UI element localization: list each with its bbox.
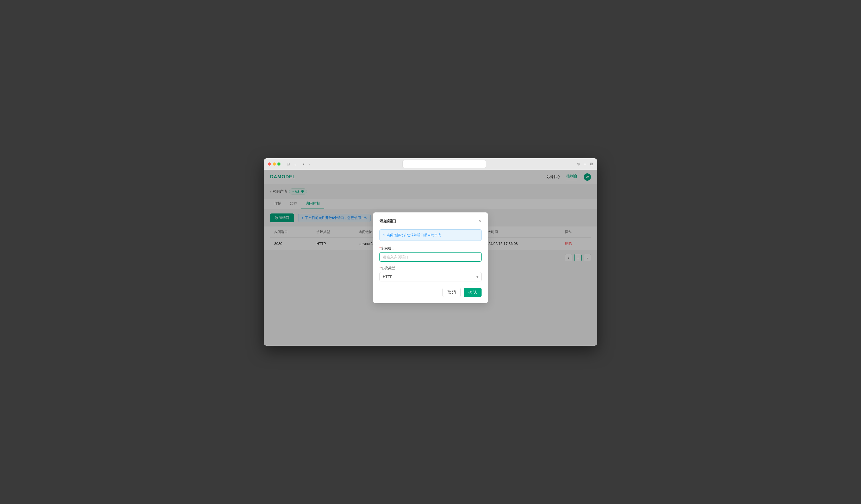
back-nav-btn[interactable]: ‹ <box>301 160 306 167</box>
protocol-label-text: 协议类型 <box>381 266 395 270</box>
title-bar: ⊡ ⌄ ‹ › damodel.com ⎋ ＋ ⧉ <box>264 158 597 170</box>
new-tab-icon[interactable]: ＋ <box>583 162 587 167</box>
modal-info-icon: ℹ <box>383 233 385 237</box>
browser-window: ⊡ ⌄ ‹ › damodel.com ⎋ ＋ ⧉ DAMODEL 文档中心 控… <box>264 158 597 346</box>
modal-info-text: 访问链接将在您添加端口后自动生成 <box>387 233 441 237</box>
protocol-select-wrapper: HTTP HTTPS TCP UDP <box>380 272 481 281</box>
modal-footer: 取 消 确 认 <box>380 288 481 297</box>
modal-close-button[interactable]: × <box>479 219 481 224</box>
app-content: DAMODEL 文档中心 控制台 W ‹ 实例详情 ○ 运行中 详情 监控 访问… <box>264 170 597 346</box>
protocol-type-field: * 协议类型 HTTP HTTPS TCP UDP <box>380 266 481 281</box>
modal-overlay: 添加端口 × ℹ 访问链接将在您添加端口后自动生成 * 实例端口 <box>264 170 597 346</box>
share-icon[interactable]: ⎋ <box>577 162 580 166</box>
instance-port-label: * 实例端口 <box>380 246 481 251</box>
chevron-down-btn[interactable]: ⌄ <box>293 161 298 167</box>
protocol-select[interactable]: HTTP HTTPS TCP UDP <box>380 272 481 281</box>
add-port-modal: 添加端口 × ℹ 访问链接将在您添加端口后自动生成 * 实例端口 <box>373 212 488 303</box>
traffic-lights <box>268 163 281 166</box>
required-star-port: * <box>380 246 381 250</box>
fullscreen-traffic-light[interactable] <box>277 163 281 166</box>
nav-controls: ‹ › <box>301 160 312 167</box>
protocol-label: * 协议类型 <box>380 266 481 270</box>
confirm-button[interactable]: 确 认 <box>464 288 481 297</box>
minimize-traffic-light[interactable] <box>273 163 276 166</box>
modal-title: 添加端口 <box>380 219 396 224</box>
title-bar-actions: ⎋ ＋ ⧉ <box>577 162 593 167</box>
url-input[interactable]: damodel.com <box>402 160 486 168</box>
tabs-icon[interactable]: ⧉ <box>590 162 593 166</box>
forward-nav-btn[interactable]: › <box>307 160 311 167</box>
close-traffic-light[interactable] <box>268 163 271 166</box>
required-star-protocol: * <box>380 266 381 270</box>
cancel-button[interactable]: 取 消 <box>442 288 461 297</box>
window-controls: ⊡ ⌄ <box>286 161 298 167</box>
port-label-text: 实例端口 <box>381 246 395 251</box>
address-bar: damodel.com <box>320 160 569 168</box>
modal-header: 添加端口 × <box>380 219 481 224</box>
instance-port-input[interactable] <box>380 252 481 262</box>
sidebar-toggle-btn[interactable]: ⊡ <box>286 161 291 167</box>
instance-port-field: * 实例端口 <box>380 246 481 262</box>
modal-info-banner: ℹ 访问链接将在您添加端口后自动生成 <box>380 229 481 241</box>
